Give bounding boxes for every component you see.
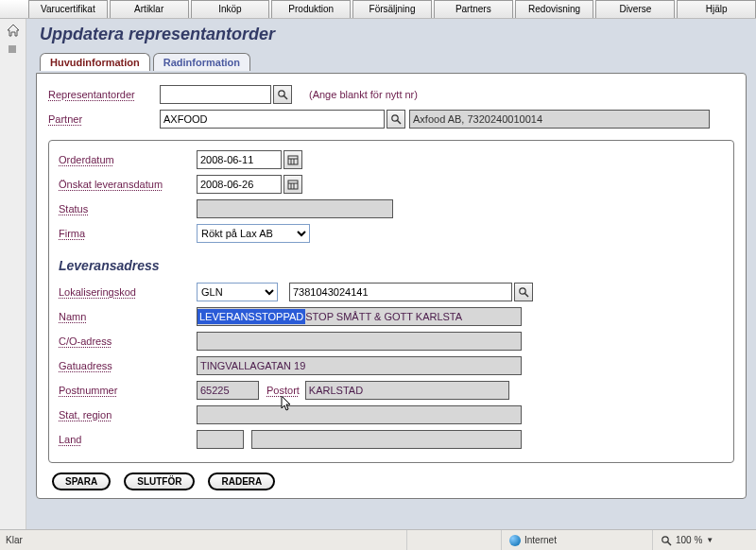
loccode-lookup-button[interactable] xyxy=(514,283,533,301)
partner-input[interactable] xyxy=(160,110,385,129)
svg-line-19 xyxy=(668,541,672,545)
reqdate-input[interactable] xyxy=(197,175,282,194)
loccode-type-select[interactable]: GLN xyxy=(197,283,278,301)
menu-varucertifikat[interactable]: Varucertifikat xyxy=(28,0,108,18)
status-value xyxy=(197,199,393,218)
menu-artiklar[interactable]: Artiklar xyxy=(110,0,189,18)
country-code xyxy=(197,430,244,449)
name-rest: STOP SMÅTT & GOTT KARLSTA xyxy=(305,311,462,322)
status-empty-1 xyxy=(406,530,501,550)
status-zone-label: Internet xyxy=(524,535,557,545)
status-bar: Klar Internet 100 % ▼ xyxy=(0,529,756,550)
postnr-label: Postnummer xyxy=(59,385,197,396)
status-left: Klar xyxy=(0,535,406,545)
postort-label: Postort xyxy=(266,385,300,396)
search-icon xyxy=(518,286,529,298)
reqdate-calendar-button[interactable] xyxy=(284,175,302,194)
menu-partners[interactable]: Partners xyxy=(434,0,513,18)
finish-button[interactable]: SLUTFÖR xyxy=(124,473,195,490)
reporder-hint: (Ange blankt för nytt nr) xyxy=(309,89,418,100)
svg-rect-12 xyxy=(288,180,298,189)
delete-button[interactable]: RADERA xyxy=(208,473,275,490)
svg-point-16 xyxy=(520,288,525,294)
loccode-label: Lokaliseringskod xyxy=(59,286,197,298)
name-value: LEVERANSSTOPPAD STOP SMÅTT & GOTT KARLST… xyxy=(197,307,522,326)
list-icon[interactable] xyxy=(6,42,21,57)
partner-label: Partner xyxy=(48,113,160,125)
svg-line-5 xyxy=(284,96,288,100)
menu-diverse[interactable]: Diverse xyxy=(595,0,675,18)
status-label: Status xyxy=(59,203,197,215)
tab-huvudinformation[interactable]: Huvudinformation xyxy=(40,53,150,71)
street-value: TINGVALLAGATAN 19 xyxy=(197,356,522,375)
street-label: Gatuadress xyxy=(59,360,197,371)
menu-inkop[interactable]: Inköp xyxy=(191,0,270,18)
reporder-label: Representantorder xyxy=(48,89,160,100)
state-label: Stat, region xyxy=(59,409,197,421)
reporder-lookup-button[interactable] xyxy=(273,85,292,104)
co-value xyxy=(197,332,522,351)
tab-radinformation[interactable]: Radinformation xyxy=(153,53,250,71)
name-highlight: LEVERANSSTOPPAD xyxy=(198,309,305,324)
postnr-value: 65225 xyxy=(197,381,259,400)
status-zoom[interactable]: 100 % ▼ xyxy=(652,530,756,550)
order-panel: Orderdatum Önskat leveransdatum Status xyxy=(48,140,734,463)
country-label: Land xyxy=(59,434,197,445)
partner-display: Axfood AB, 7320240010014 xyxy=(409,110,710,129)
status-zone: Internet xyxy=(501,530,652,550)
reporder-input[interactable] xyxy=(160,85,271,104)
search-icon xyxy=(390,113,402,125)
loccode-input[interactable] xyxy=(289,283,512,301)
page-title: Uppdatera representantorder xyxy=(40,25,747,44)
calendar-icon xyxy=(287,154,299,165)
home-icon[interactable] xyxy=(6,23,21,38)
country-name xyxy=(251,430,522,449)
globe-icon xyxy=(509,535,521,546)
menu-produktion[interactable]: Produktion xyxy=(271,0,351,18)
firma-label: Firma xyxy=(59,228,197,239)
firma-select[interactable]: Rökt på Lax AB xyxy=(197,224,310,243)
search-icon xyxy=(277,89,288,100)
svg-point-6 xyxy=(392,115,398,121)
svg-line-7 xyxy=(398,121,402,125)
status-zoom-label: 100 % xyxy=(676,535,702,545)
orderdate-calendar-button[interactable] xyxy=(284,150,302,169)
orderdate-input[interactable] xyxy=(197,150,282,169)
svg-line-17 xyxy=(525,294,529,298)
save-button[interactable]: SPARA xyxy=(52,473,111,490)
chevron-down-icon: ▼ xyxy=(706,536,713,544)
zoom-icon xyxy=(661,535,672,546)
calendar-icon xyxy=(287,179,299,190)
svg-point-18 xyxy=(662,536,668,541)
main-panel: Representantorder (Ange blankt för nytt … xyxy=(36,73,747,499)
orderdate-label: Orderdatum xyxy=(59,154,197,165)
menu-bar: Varucertifikat Artiklar Inköp Produktion… xyxy=(0,0,756,19)
state-value xyxy=(197,405,522,424)
co-label: C/O-adress xyxy=(59,335,197,347)
menu-redovisning[interactable]: Redovisning xyxy=(515,0,594,18)
menu-forsaljning[interactable]: Försäljning xyxy=(352,0,432,18)
name-label: Namn xyxy=(59,311,197,322)
postort-value: KARLSTAD xyxy=(305,381,509,400)
svg-rect-8 xyxy=(288,156,298,164)
reqdate-label: Önskat leveransdatum xyxy=(59,179,197,190)
menu-hjalp[interactable]: Hjälp xyxy=(677,0,756,18)
delivery-heading: Leveransadress xyxy=(59,258,724,273)
left-gutter xyxy=(0,19,26,529)
partner-lookup-button[interactable] xyxy=(387,110,405,129)
svg-point-4 xyxy=(279,91,284,96)
